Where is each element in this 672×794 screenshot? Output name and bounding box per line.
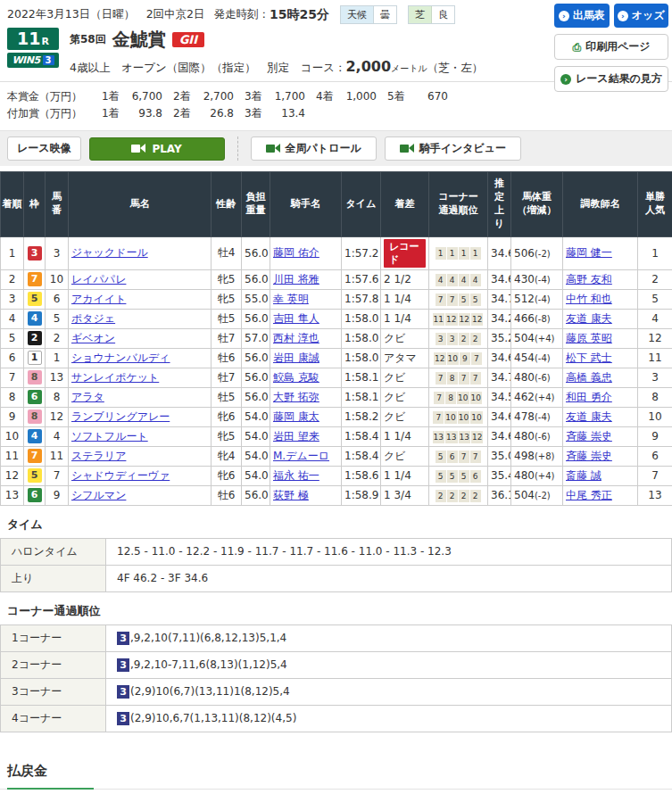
- trainer-link[interactable]: 松下 武士: [566, 352, 612, 364]
- corner-chip: 7: [459, 372, 469, 385]
- results-column-header: 着順: [1, 172, 24, 236]
- horse-name-link[interactable]: ポタジェ: [71, 312, 115, 325]
- finish-time: 1:58.1: [342, 368, 381, 387]
- result-guide-button[interactable]: レース結果の見方: [554, 66, 668, 92]
- last-3f: 35.4: [488, 466, 511, 485]
- time-row-label: 上り: [1, 565, 106, 591]
- horse-name-cell: ショウナンバルディ: [69, 348, 212, 368]
- jockey-link[interactable]: 大野 拓弥: [273, 391, 319, 403]
- results-column-header: 馬 番: [46, 172, 69, 236]
- finish-position: 8: [1, 387, 24, 407]
- jockey-link[interactable]: M.デムーロ: [273, 450, 329, 462]
- horse-name-link[interactable]: レイパパレ: [71, 273, 126, 285]
- horse-name-link[interactable]: ステラリア: [71, 450, 126, 462]
- race-edition: 第58回: [70, 32, 106, 47]
- jockey-link[interactable]: 福永 祐一: [273, 469, 319, 482]
- corner-positions: 121097: [429, 348, 488, 368]
- trainer-link[interactable]: 中竹 和也: [566, 293, 612, 305]
- margin-cell: クビ: [381, 328, 429, 348]
- jockey-link[interactable]: 鮫島 克駿: [273, 371, 319, 384]
- trainer-link[interactable]: 斎藤 誠: [566, 469, 601, 482]
- horse-name-link[interactable]: サンレイポケット: [71, 371, 159, 384]
- horse-name-link[interactable]: ショウナンバルディ: [71, 352, 170, 364]
- entry-table-button[interactable]: 出馬表: [554, 4, 610, 28]
- trainer-link[interactable]: 藤岡 健一: [566, 246, 612, 259]
- margin-cell: 1 1/4: [381, 466, 429, 485]
- printer-icon: ⎙: [572, 42, 581, 53]
- jockey-link[interactable]: 幸 英明: [273, 293, 309, 305]
- jockey-interview-button[interactable]: 騎手インタビュー: [385, 136, 521, 161]
- corner-chip: 3: [447, 333, 458, 345]
- horse-name-link[interactable]: ジャックドール: [71, 246, 148, 259]
- corner-chip: 10: [457, 392, 469, 404]
- win5-logo: WIN5: [12, 54, 39, 66]
- jockey-link[interactable]: 吉田 隼人: [273, 312, 319, 325]
- jockey-cell: 吉田 隼人: [270, 309, 342, 328]
- horse-name-link[interactable]: アカイイト: [71, 293, 126, 305]
- jockey-link[interactable]: 荻野 極: [273, 489, 309, 501]
- finish-position: 12: [1, 466, 24, 485]
- prize-amount: 1,000: [337, 88, 377, 105]
- body-weight-diff: (+4): [535, 393, 555, 402]
- jockey-link[interactable]: 西村 淳也: [273, 332, 319, 344]
- odds-button[interactable]: オッズ: [614, 4, 669, 28]
- horse-name-link[interactable]: アラタ: [71, 391, 104, 403]
- trainer-link[interactable]: 藤原 英昭: [566, 332, 612, 344]
- horse-name-link[interactable]: ソフトフルート: [71, 430, 148, 442]
- horse-number: 6: [46, 289, 69, 309]
- frame-cell: 6: [24, 485, 46, 505]
- prize-place-label: 3着: [245, 88, 266, 105]
- trainer-link[interactable]: 高野 友和: [566, 273, 612, 285]
- finish-position: 13: [1, 485, 24, 505]
- jockey-cell: 鮫島 克駿: [270, 368, 342, 387]
- trainer-link[interactable]: 友道 康夫: [566, 312, 612, 325]
- odds-label: オッズ: [632, 8, 665, 23]
- frame-cell: 5: [24, 289, 46, 309]
- prize-place-label: 1着: [102, 105, 123, 122]
- corner-chip: 7: [470, 451, 481, 463]
- print-page-button[interactable]: ⎙ 印刷用ページ: [554, 34, 668, 60]
- jockey-link[interactable]: 藤岡 佑介: [273, 246, 319, 259]
- trainer-link[interactable]: 高橋 義忠: [566, 371, 612, 384]
- last-3f: 34.5: [488, 387, 511, 407]
- finish-position: 1: [1, 236, 24, 269]
- frame-cell: 2: [24, 328, 46, 348]
- corner-positions: 5677: [429, 446, 488, 466]
- frame-cell: 1: [24, 348, 46, 368]
- trainer-link[interactable]: 中尾 秀正: [566, 489, 612, 501]
- jockey-link[interactable]: 岩田 康誠: [273, 352, 319, 364]
- win-popularity: 6: [638, 446, 672, 466]
- jockey-link[interactable]: 藤岡 康太: [273, 410, 319, 423]
- corner-chip: 2: [447, 490, 458, 502]
- corner-chip: 2: [436, 490, 446, 502]
- corner-chip: 4: [470, 274, 481, 286]
- win-popularity: 5: [638, 289, 672, 309]
- results-column-header: 単勝 人気: [638, 172, 672, 236]
- trainer-link[interactable]: 和田 勇介: [566, 391, 612, 403]
- horse-name-cell: シャドウディーヴァ: [69, 466, 212, 485]
- play-button[interactable]: PLAY: [89, 137, 225, 161]
- jockey-link[interactable]: 岩田 望来: [273, 430, 319, 442]
- trainer-link[interactable]: 斉藤 崇史: [566, 430, 612, 442]
- trainer-link[interactable]: 斉藤 崇史: [566, 450, 612, 462]
- horse-name-link[interactable]: シャドウディーヴァ: [71, 469, 170, 482]
- video-camera-icon: [400, 144, 414, 153]
- corner-positions: 7101010: [429, 407, 488, 426]
- frame-cell: 8: [24, 368, 46, 387]
- horse-name-link[interactable]: シフルマン: [71, 489, 126, 501]
- horse-number: 8: [46, 387, 69, 407]
- jockey-cell: 大野 拓弥: [270, 387, 342, 407]
- time-section-title: タイム: [0, 506, 672, 538]
- horse-name-link[interactable]: ギベオン: [71, 332, 115, 344]
- jockey-link[interactable]: 川田 将雅: [273, 273, 319, 285]
- margin-cell: 1 1/4: [381, 289, 429, 309]
- corner-chip: 1: [470, 247, 481, 260]
- patrol-video-button[interactable]: 全周パトロール: [251, 136, 377, 161]
- results-column-header: 調教師名: [563, 172, 638, 236]
- time-row-value: 4F 46.2 - 3F 34.6: [106, 565, 672, 591]
- horse-name-link[interactable]: ランブリングアレー: [71, 410, 170, 423]
- race-condition-text: 4歳以上 オープン（国際）（指定） 別定: [70, 61, 289, 74]
- prize-place-label: 2着: [173, 88, 195, 105]
- corner-positions: 2222: [429, 485, 488, 505]
- trainer-link[interactable]: 友道 康夫: [566, 410, 612, 423]
